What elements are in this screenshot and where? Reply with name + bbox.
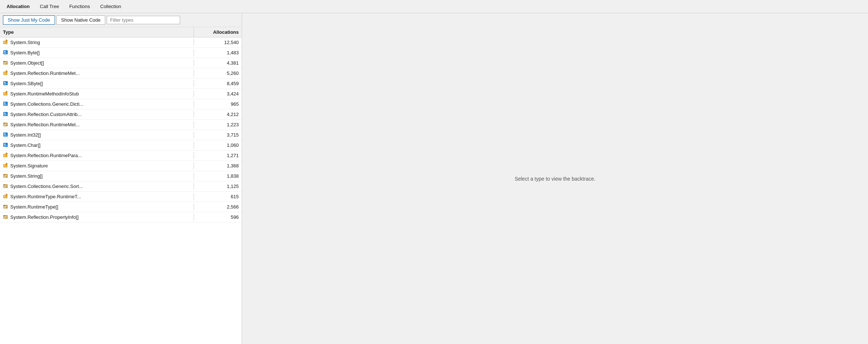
svg-rect-5: [4, 51, 6, 52]
svg-rect-11: [4, 63, 6, 64]
tab-collection[interactable]: Collection: [95, 1, 126, 11]
table-row[interactable]: System.Collections.Generic.Sort... 1,125: [0, 181, 242, 192]
cell-type: System.Reflection.CustomAttrib...: [0, 111, 194, 118]
table-row[interactable]: System.Reflection.PropertyInfo[] 596: [0, 212, 242, 222]
cell-type: System.Collections.Generic.Dicti...: [0, 101, 194, 108]
type-icon: [3, 59, 9, 66]
svg-marker-1: [6, 39, 8, 41]
table-row[interactable]: System.Int32[] 3,715: [0, 130, 242, 140]
svg-rect-56: [4, 175, 7, 176]
svg-rect-7: [4, 53, 6, 54]
cell-allocations: 615: [194, 194, 242, 199]
cell-allocations: 3,715: [194, 132, 242, 138]
type-icon: [3, 121, 9, 128]
svg-rect-75: [4, 216, 7, 217]
type-name: System.RuntimeType.RuntimeT...: [10, 194, 81, 199]
svg-marker-51: [6, 163, 8, 164]
type-icon: [3, 183, 9, 190]
type-name: System.Byte[]: [10, 50, 40, 55]
table-row[interactable]: System.SByte[] 8,459: [0, 79, 242, 89]
cell-allocations: 965: [194, 101, 242, 107]
svg-rect-13: [3, 72, 7, 75]
table-row[interactable]: System.RuntimeType[] 2,566: [0, 202, 242, 212]
svg-rect-36: [4, 124, 6, 125]
table-row[interactable]: System.Object[] 4,381: [0, 58, 242, 68]
svg-rect-57: [4, 176, 6, 177]
svg-rect-35: [4, 124, 7, 124]
table-row[interactable]: System.Char[] 1,060: [0, 140, 242, 151]
svg-rect-20: [4, 84, 6, 85]
svg-rect-46: [3, 154, 7, 157]
left-panel: Show Just My Code Show Native Code Type …: [0, 13, 242, 344]
svg-rect-45: [4, 146, 6, 146]
svg-rect-61: [4, 185, 7, 186]
type-name: System.String: [10, 40, 40, 45]
svg-rect-26: [4, 102, 6, 104]
table-row[interactable]: System.String[] 1,838: [0, 171, 242, 181]
table-row[interactable]: System.Reflection.RuntimePara... 1,271: [0, 151, 242, 161]
cell-type: System.Object[]: [0, 59, 194, 66]
type-icon: [3, 152, 9, 159]
cell-type: System.Int32[]: [0, 131, 194, 138]
type-icon: [3, 80, 9, 87]
cell-allocations: 4,212: [194, 112, 242, 117]
table-body[interactable]: System.String 12,540 System.Byte[] 1,483: [0, 37, 242, 344]
toolbar: Show Just My Code Show Native Code: [0, 13, 242, 27]
filter-input[interactable]: [107, 16, 180, 24]
svg-rect-28: [4, 105, 6, 105]
svg-rect-18: [4, 82, 6, 83]
tab-call-tree[interactable]: Call Tree: [35, 1, 64, 11]
type-icon: [3, 101, 9, 108]
cell-type: System.String[]: [0, 173, 194, 180]
svg-rect-39: [4, 133, 6, 134]
tab-functions[interactable]: Functions: [64, 1, 95, 11]
show-my-code-button[interactable]: Show Just My Code: [3, 15, 55, 25]
svg-marker-65: [6, 193, 8, 195]
svg-rect-40: [4, 135, 7, 135]
cell-allocations: 2,566: [194, 204, 242, 210]
svg-rect-77: [4, 218, 6, 218]
svg-rect-72: [4, 207, 6, 208]
cell-allocations: 1,125: [194, 184, 242, 189]
type-icon: [3, 70, 9, 77]
svg-rect-69: [3, 205, 5, 206]
nav-tabs: Allocation Call Tree Functions Collectio…: [0, 0, 868, 13]
table-row[interactable]: System.Signature 1,368: [0, 161, 242, 171]
svg-rect-44: [4, 145, 7, 146]
table-row[interactable]: System.RuntimeType.RuntimeT... 615: [0, 192, 242, 202]
cell-type: System.Reflection.RuntimeMet...: [0, 121, 194, 128]
type-icon: [3, 49, 9, 56]
svg-rect-52: [4, 165, 5, 166]
svg-rect-50: [3, 164, 7, 167]
svg-rect-32: [4, 115, 6, 116]
cell-allocations: 4,381: [194, 60, 242, 66]
table-row[interactable]: System.Collections.Generic.Dicti... 965: [0, 99, 242, 109]
type-icon: [3, 203, 9, 210]
table-row[interactable]: System.String 12,540: [0, 37, 242, 48]
svg-rect-15: [4, 72, 5, 73]
table-row[interactable]: System.RuntimeMethodInfoStub 3,424: [0, 89, 242, 99]
cell-type: System.Char[]: [0, 142, 194, 149]
show-native-code-button[interactable]: Show Native Code: [56, 15, 106, 25]
svg-rect-64: [3, 195, 7, 198]
svg-rect-43: [4, 144, 6, 145]
cell-allocations: 3,424: [194, 91, 242, 97]
tab-allocation[interactable]: Allocation: [1, 1, 35, 11]
svg-rect-63: [4, 187, 6, 188]
svg-rect-76: [4, 217, 6, 218]
table-row[interactable]: System.Byte[] 1,483: [0, 48, 242, 58]
table-row[interactable]: System.Reflection.RuntimeMet... 1,223: [0, 120, 242, 130]
type-icon: [3, 173, 9, 180]
table-row[interactable]: System.Reflection.RuntimeMet... 5,260: [0, 68, 242, 79]
type-name: System.Char[]: [10, 142, 40, 148]
table-row[interactable]: System.Reflection.CustomAttrib... 4,212: [0, 109, 242, 120]
svg-rect-0: [3, 41, 7, 44]
cell-allocations: 1,838: [194, 173, 242, 179]
type-icon: [3, 111, 9, 118]
svg-rect-12: [4, 64, 6, 64]
cell-type: System.String: [0, 39, 194, 46]
type-name: System.Reflection.RuntimeMet...: [10, 122, 80, 127]
type-icon: [3, 142, 9, 149]
svg-rect-60: [3, 184, 5, 185]
cell-type: System.RuntimeType[]: [0, 203, 194, 210]
